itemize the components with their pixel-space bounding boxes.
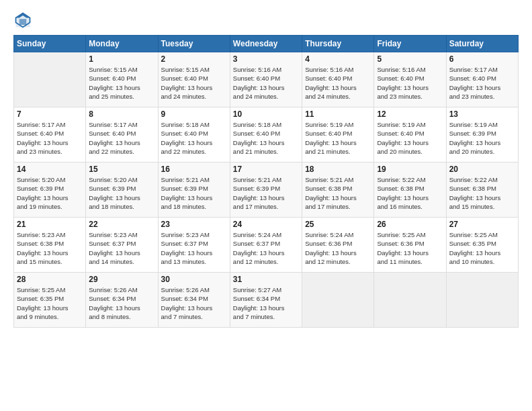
- calendar-cell: 18Sunrise: 5:21 AM Sunset: 6:38 PM Dayli…: [302, 163, 374, 218]
- day-info: Sunrise: 5:23 AM Sunset: 6:37 PM Dayligh…: [161, 230, 227, 266]
- day-number: 9: [161, 109, 227, 119]
- day-info: Sunrise: 5:25 AM Sunset: 6:35 PM Dayligh…: [17, 285, 83, 321]
- day-info: Sunrise: 5:16 AM Sunset: 6:40 PM Dayligh…: [305, 65, 371, 101]
- calendar-cell: 14Sunrise: 5:20 AM Sunset: 6:39 PM Dayli…: [14, 163, 86, 218]
- day-number: 20: [449, 165, 515, 174]
- day-info: Sunrise: 5:26 AM Sunset: 6:34 PM Dayligh…: [161, 285, 227, 321]
- day-number: 12: [377, 109, 443, 119]
- day-number: 7: [17, 109, 83, 119]
- day-number: 1: [89, 54, 154, 64]
- day-info: Sunrise: 5:15 AM Sunset: 6:40 PM Dayligh…: [89, 65, 154, 101]
- day-info: Sunrise: 5:21 AM Sunset: 6:39 PM Dayligh…: [233, 175, 299, 211]
- day-number: 28: [17, 275, 83, 284]
- calendar-cell: [14, 52, 86, 107]
- day-info: Sunrise: 5:26 AM Sunset: 6:34 PM Dayligh…: [89, 285, 154, 321]
- day-header-thursday: Thursday: [302, 36, 374, 52]
- day-header-tuesday: Tuesday: [158, 36, 230, 52]
- calendar-header-row: SundayMondayTuesdayWednesdayThursdayFrid…: [14, 36, 519, 52]
- day-info: Sunrise: 5:20 AM Sunset: 6:39 PM Dayligh…: [89, 175, 154, 211]
- calendar-cell: 20Sunrise: 5:22 AM Sunset: 6:38 PM Dayli…: [446, 163, 518, 218]
- calendar-cell: [446, 273, 518, 328]
- day-info: Sunrise: 5:19 AM Sunset: 6:39 PM Dayligh…: [449, 120, 515, 156]
- day-info: Sunrise: 5:24 AM Sunset: 6:37 PM Dayligh…: [233, 230, 299, 266]
- calendar-week-row: 14Sunrise: 5:20 AM Sunset: 6:39 PM Dayli…: [14, 163, 519, 218]
- day-info: Sunrise: 5:22 AM Sunset: 6:38 PM Dayligh…: [377, 175, 443, 211]
- day-number: 10: [233, 109, 299, 119]
- day-number: 15: [89, 165, 154, 174]
- day-number: 3: [233, 54, 299, 64]
- page: SundayMondayTuesdayWednesdayThursdayFrid…: [0, 0, 532, 411]
- calendar-cell: 1Sunrise: 5:15 AM Sunset: 6:40 PM Daylig…: [86, 52, 158, 107]
- calendar-cell: 16Sunrise: 5:21 AM Sunset: 6:39 PM Dayli…: [158, 163, 230, 218]
- day-info: Sunrise: 5:17 AM Sunset: 6:40 PM Dayligh…: [17, 120, 83, 156]
- day-number: 31: [233, 275, 299, 284]
- day-number: 13: [449, 109, 515, 119]
- calendar-cell: 17Sunrise: 5:21 AM Sunset: 6:39 PM Dayli…: [230, 163, 302, 218]
- calendar-cell: 22Sunrise: 5:23 AM Sunset: 6:37 PM Dayli…: [86, 218, 158, 273]
- calendar-cell: 12Sunrise: 5:19 AM Sunset: 6:40 PM Dayli…: [374, 107, 446, 163]
- day-info: Sunrise: 5:15 AM Sunset: 6:40 PM Dayligh…: [161, 65, 227, 101]
- day-header-sunday: Sunday: [14, 36, 86, 52]
- day-info: Sunrise: 5:23 AM Sunset: 6:37 PM Dayligh…: [89, 230, 154, 266]
- day-number: 29: [89, 275, 154, 284]
- day-header-monday: Monday: [86, 36, 158, 52]
- calendar-cell: [302, 273, 374, 328]
- day-number: 30: [161, 275, 227, 284]
- calendar-cell: 15Sunrise: 5:20 AM Sunset: 6:39 PM Dayli…: [86, 163, 158, 218]
- day-number: 26: [377, 220, 443, 229]
- calendar-cell: 7Sunrise: 5:17 AM Sunset: 6:40 PM Daylig…: [14, 107, 86, 163]
- day-number: 23: [161, 220, 227, 229]
- calendar-cell: 21Sunrise: 5:23 AM Sunset: 6:38 PM Dayli…: [14, 218, 86, 273]
- calendar-cell: 27Sunrise: 5:25 AM Sunset: 6:35 PM Dayli…: [446, 218, 518, 273]
- calendar-cell: 6Sunrise: 5:17 AM Sunset: 6:40 PM Daylig…: [446, 52, 518, 107]
- day-header-friday: Friday: [374, 36, 446, 52]
- day-info: Sunrise: 5:24 AM Sunset: 6:36 PM Dayligh…: [305, 230, 371, 266]
- day-number: 14: [17, 165, 83, 174]
- calendar-cell: 26Sunrise: 5:25 AM Sunset: 6:36 PM Dayli…: [374, 218, 446, 273]
- calendar-cell: 9Sunrise: 5:18 AM Sunset: 6:40 PM Daylig…: [158, 107, 230, 163]
- calendar-week-row: 21Sunrise: 5:23 AM Sunset: 6:38 PM Dayli…: [14, 218, 519, 273]
- header: [13, 11, 519, 30]
- day-info: Sunrise: 5:21 AM Sunset: 6:39 PM Dayligh…: [161, 175, 227, 211]
- day-number: 11: [305, 109, 371, 119]
- calendar-cell: 3Sunrise: 5:16 AM Sunset: 6:40 PM Daylig…: [230, 52, 302, 107]
- calendar-cell: 19Sunrise: 5:22 AM Sunset: 6:38 PM Dayli…: [374, 163, 446, 218]
- day-number: 24: [233, 220, 299, 229]
- day-info: Sunrise: 5:25 AM Sunset: 6:36 PM Dayligh…: [377, 230, 443, 266]
- calendar-cell: 23Sunrise: 5:23 AM Sunset: 6:37 PM Dayli…: [158, 218, 230, 273]
- calendar-cell: 4Sunrise: 5:16 AM Sunset: 6:40 PM Daylig…: [302, 52, 374, 107]
- calendar-week-row: 1Sunrise: 5:15 AM Sunset: 6:40 PM Daylig…: [14, 52, 519, 107]
- calendar-cell: 24Sunrise: 5:24 AM Sunset: 6:37 PM Dayli…: [230, 218, 302, 273]
- day-number: 6: [449, 54, 515, 64]
- day-number: 27: [449, 220, 515, 229]
- calendar-cell: 29Sunrise: 5:26 AM Sunset: 6:34 PM Dayli…: [86, 273, 158, 328]
- day-number: 8: [89, 109, 154, 119]
- calendar-week-row: 28Sunrise: 5:25 AM Sunset: 6:35 PM Dayli…: [14, 273, 519, 328]
- day-number: 19: [377, 165, 443, 174]
- calendar-cell: 28Sunrise: 5:25 AM Sunset: 6:35 PM Dayli…: [14, 273, 86, 328]
- day-header-saturday: Saturday: [446, 36, 518, 52]
- day-info: Sunrise: 5:17 AM Sunset: 6:40 PM Dayligh…: [89, 120, 154, 156]
- day-info: Sunrise: 5:18 AM Sunset: 6:40 PM Dayligh…: [161, 120, 227, 156]
- day-info: Sunrise: 5:16 AM Sunset: 6:40 PM Dayligh…: [233, 65, 299, 101]
- calendar-cell: 13Sunrise: 5:19 AM Sunset: 6:39 PM Dayli…: [446, 107, 518, 163]
- day-info: Sunrise: 5:16 AM Sunset: 6:40 PM Dayligh…: [377, 65, 443, 101]
- logo-icon: [13, 11, 32, 30]
- day-info: Sunrise: 5:20 AM Sunset: 6:39 PM Dayligh…: [17, 175, 83, 211]
- svg-rect-4: [19, 19, 27, 25]
- day-number: 4: [305, 54, 371, 64]
- day-info: Sunrise: 5:19 AM Sunset: 6:40 PM Dayligh…: [305, 120, 371, 156]
- day-number: 17: [233, 165, 299, 174]
- day-number: 21: [17, 220, 83, 229]
- calendar-cell: 8Sunrise: 5:17 AM Sunset: 6:40 PM Daylig…: [86, 107, 158, 163]
- day-number: 22: [89, 220, 154, 229]
- calendar-cell: 25Sunrise: 5:24 AM Sunset: 6:36 PM Dayli…: [302, 218, 374, 273]
- calendar-cell: 30Sunrise: 5:26 AM Sunset: 6:34 PM Dayli…: [158, 273, 230, 328]
- day-info: Sunrise: 5:21 AM Sunset: 6:38 PM Dayligh…: [305, 175, 371, 211]
- day-info: Sunrise: 5:27 AM Sunset: 6:34 PM Dayligh…: [233, 285, 299, 321]
- day-number: 5: [377, 54, 443, 64]
- day-header-wednesday: Wednesday: [230, 36, 302, 52]
- day-number: 25: [305, 220, 371, 229]
- calendar-week-row: 7Sunrise: 5:17 AM Sunset: 6:40 PM Daylig…: [14, 107, 519, 163]
- day-number: 16: [161, 165, 227, 174]
